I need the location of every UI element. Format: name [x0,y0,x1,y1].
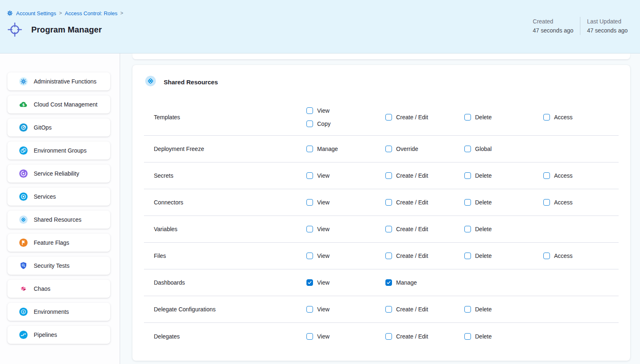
permission-option[interactable]: Create / Edit [385,199,464,206]
checkbox-unchecked[interactable] [306,107,313,114]
checkbox-unchecked[interactable] [306,306,313,313]
permission-option[interactable]: View [306,279,385,286]
permission-label: Access [554,172,573,179]
permission-cell: Create / Edit [385,253,464,259]
checkbox-unchecked[interactable] [385,306,392,313]
permission-option[interactable]: Override [385,146,464,152]
checkbox-unchecked[interactable] [306,333,313,340]
checkbox-unchecked[interactable] [464,199,471,206]
permission-option[interactable]: Delete [464,306,543,313]
permission-option[interactable]: View [306,199,385,206]
checkbox-unchecked[interactable] [464,146,471,152]
checkbox-unchecked[interactable] [464,253,471,259]
checkbox-unchecked[interactable] [306,253,313,259]
services-icon [19,192,28,201]
checkbox-unchecked[interactable] [543,172,550,179]
checkbox-unchecked[interactable] [306,121,313,127]
breadcrumb-access-control-roles[interactable]: Access Control: Roles [65,10,118,16]
checkbox-unchecked[interactable] [385,172,392,179]
checkbox-unchecked[interactable] [543,114,550,121]
sidebar-item-pipelines[interactable]: Pipelines [7,326,110,344]
sidebar-item-environment-groups[interactable]: Environment Groups [7,141,110,160]
checkbox-unchecked[interactable] [306,226,313,232]
breadcrumb-account-settings[interactable]: Account Settings [16,10,56,16]
permission-option[interactable]: View [306,253,385,259]
permission-option[interactable]: Delete [464,114,543,121]
sidebar-item-gitops[interactable]: GitOps [7,118,110,137]
breadcrumb-separator: > [59,10,62,16]
permission-row: Delegate ConfigurationsViewCreate / Edit… [144,296,619,323]
sidebar-item-security-tests[interactable]: Security Tests [7,257,110,275]
permission-option[interactable]: View [306,172,385,179]
checkbox-unchecked[interactable] [385,199,392,206]
permission-option[interactable]: View [306,306,385,313]
checkbox-unchecked[interactable] [306,199,313,206]
permission-option[interactable]: Create / Edit [385,306,464,313]
checkbox-unchecked[interactable] [385,146,392,152]
permission-cell: Access [543,114,619,121]
permission-option[interactable]: View [306,107,385,114]
permission-cell: Delete [464,253,543,259]
admin-gear-icon [19,77,28,86]
permission-label: Copy [317,121,331,127]
permission-option[interactable]: Access [543,199,619,206]
permission-option[interactable]: View [306,333,385,340]
permission-option[interactable]: Access [543,114,619,121]
sidebar-item-chaos[interactable]: Chaos [7,280,110,298]
shared-resources-card: Shared Resources TemplatesViewCopyCreate… [132,65,630,361]
permission-option[interactable]: Delete [464,199,543,206]
checkbox-checked[interactable] [385,279,392,286]
permission-option[interactable]: Copy [306,121,385,127]
checkbox-unchecked[interactable] [464,114,471,121]
permission-label: Create / Edit [396,199,428,206]
sidebar-item-administrative-functions[interactable]: Administrative Functions [7,72,110,90]
sidebar-item-services[interactable]: Services [7,188,110,206]
checkbox-checked[interactable] [306,279,313,286]
checkbox-unchecked[interactable] [306,146,313,152]
checkbox-unchecked[interactable] [543,199,550,206]
sidebar-item-feature-flags[interactable]: Feature Flags [7,234,110,252]
resource-name: Dashboards [154,279,306,286]
checkbox-unchecked[interactable] [543,253,550,259]
checkbox-unchecked[interactable] [385,226,392,232]
resource-name: Secrets [154,172,306,179]
checkbox-unchecked[interactable] [464,172,471,179]
sidebar-item-label: Shared Resources [34,216,81,223]
sidebar-item-shared-resources[interactable]: Shared Resources [7,211,110,229]
checkbox-unchecked[interactable] [464,306,471,313]
permission-option[interactable]: Create / Edit [385,253,464,259]
checkbox-unchecked[interactable] [464,226,471,232]
permission-option[interactable]: Delete [464,253,543,259]
sidebar: Administrative Functions$Cloud Cost Mana… [0,53,120,364]
permission-option[interactable]: Create / Edit [385,114,464,121]
permission-option[interactable]: Create / Edit [385,226,464,232]
permission-row: DelegatesViewCreate / EditDelete [144,323,619,350]
permission-option[interactable]: Create / Edit [385,172,464,179]
checkbox-unchecked[interactable] [464,333,471,340]
permission-option[interactable]: Manage [306,146,385,152]
sidebar-item-environments[interactable]: $Environments [7,303,110,321]
permission-option[interactable]: Access [543,253,619,259]
service-reliability-icon [19,169,28,178]
permission-option[interactable]: Manage [385,279,464,286]
permission-label: Access [554,114,573,121]
permission-option[interactable]: Create / Edit [385,333,464,340]
permission-option[interactable]: Delete [464,333,543,340]
permission-option[interactable]: Delete [464,226,543,232]
checkbox-unchecked[interactable] [385,253,392,259]
permission-option[interactable]: Delete [464,172,543,179]
sidebar-item-service-reliability[interactable]: Service Reliability [7,165,110,183]
permission-cell: View [306,199,385,206]
checkbox-unchecked[interactable] [385,333,392,340]
permission-option[interactable]: Access [543,172,619,179]
permission-option[interactable]: View [306,226,385,232]
sidebar-item-cloud-cost-management[interactable]: $Cloud Cost Management [7,95,110,114]
svg-text:$: $ [23,310,25,314]
checkbox-unchecked[interactable] [385,114,392,121]
checkbox-unchecked[interactable] [306,172,313,179]
permission-cell: Delete [464,172,543,179]
created-label: Created [533,17,573,26]
sidebar-item-label: Chaos [34,285,50,292]
permission-option[interactable]: Global [464,146,543,152]
resource-name: Connectors [154,199,306,206]
